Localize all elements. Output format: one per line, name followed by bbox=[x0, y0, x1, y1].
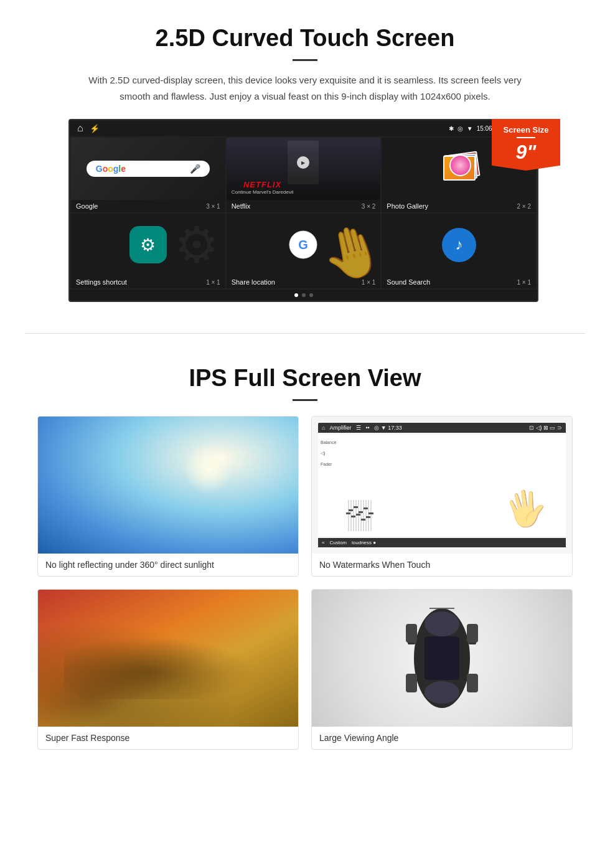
app-cell-sound[interactable]: ♪ Sound Search 1 × 1 bbox=[382, 214, 536, 288]
wifi-icon: ▼ bbox=[467, 125, 473, 132]
section1-title: 2.5D Curved Touch Screen bbox=[37, 25, 573, 52]
cheetah-caption: Super Fast Response bbox=[38, 727, 298, 749]
amp-title: ⌂ Amplifier ☰ •• ◎ ▼ 17:33 bbox=[322, 425, 402, 431]
location-icon: ◎ bbox=[458, 125, 463, 132]
share-app-name: Share location bbox=[232, 278, 275, 286]
badge-divider bbox=[517, 137, 535, 138]
gallery-label-row: Photo Gallery 2 × 2 bbox=[382, 200, 536, 212]
amp-custom: Custom bbox=[329, 540, 347, 545]
slider-3 bbox=[353, 500, 354, 531]
cheetah-image bbox=[38, 590, 298, 727]
features-grid: No light reflecting under 360° direct su… bbox=[37, 416, 573, 750]
google-logo: Google bbox=[96, 164, 126, 174]
bluetooth-icon: ✱ bbox=[449, 125, 454, 132]
svg-point-4 bbox=[425, 681, 459, 704]
amp-label-speaker: ◁) bbox=[321, 451, 345, 456]
photo-stack bbox=[437, 147, 481, 191]
amp-label-fader: Fader bbox=[321, 462, 345, 466]
amp-content-area: Balance ◁) Fader bbox=[318, 435, 566, 536]
device-wrapper: Screen Size 9" ⌂ ⚡ ✱ ◎ ▼ 15:06 ⊡ ◁) ⊠ bbox=[68, 119, 542, 302]
app-cell-netflix[interactable]: ▶ NETFLIX Continue Marvel's Daredevil Ne… bbox=[227, 138, 381, 212]
settings-icon-wrap: ⚙ bbox=[129, 226, 167, 263]
screen-dots bbox=[70, 290, 537, 301]
badge-size: 9" bbox=[516, 141, 537, 163]
settings-gear-icon: ⚙ bbox=[140, 235, 156, 255]
amp-arrows: « bbox=[322, 540, 324, 545]
slider-1 bbox=[348, 500, 349, 531]
section-separator bbox=[25, 333, 585, 334]
svg-rect-5 bbox=[425, 636, 459, 680]
slider-8 bbox=[365, 500, 367, 531]
dot-1 bbox=[294, 293, 298, 297]
netflix-label-row: Netflix 3 × 2 bbox=[227, 200, 381, 212]
netflix-overlay: NETFLIX Continue Marvel's Daredevil bbox=[232, 180, 294, 195]
dot-3 bbox=[309, 293, 313, 297]
app-grid: Google 🎤 Google 3 × 1 bbox=[70, 136, 537, 290]
app-cell-settings[interactable]: ⚙ ⚙ Settings shortcut 1 × 1 bbox=[71, 214, 225, 288]
feature-card-car: Large Viewing Angle bbox=[311, 589, 573, 750]
slider-7 bbox=[363, 500, 364, 531]
badge-label: Screen Size bbox=[497, 125, 555, 134]
sunlight-caption: No light reflecting under 360° direct su… bbox=[38, 554, 298, 576]
google-label-row: Google 3 × 1 bbox=[71, 200, 225, 212]
cheetah-shadow bbox=[38, 590, 298, 727]
settings-label-row: Settings shortcut 1 × 1 bbox=[71, 276, 225, 288]
sound-app-name: Sound Search bbox=[387, 278, 430, 286]
netflix-logo: NETFLIX bbox=[232, 180, 294, 189]
dot-2 bbox=[302, 293, 306, 297]
section-ips-view: IPS Full Screen View No light reflecting… bbox=[0, 346, 610, 775]
google-mic-icon: 🎤 bbox=[190, 164, 200, 174]
svg-rect-11 bbox=[467, 674, 478, 692]
svg-rect-10 bbox=[406, 674, 417, 692]
home-icon: ⌂ bbox=[77, 123, 83, 134]
google-search-bar[interactable]: Google 🎤 bbox=[87, 161, 210, 177]
time-display: 15:06 bbox=[477, 125, 492, 132]
amp-top-bar: ⌂ Amplifier ☰ •• ◎ ▼ 17:33 ⊡ ◁) ⊠ ▭ ⊃ bbox=[318, 423, 566, 433]
section-curved-touch: 2.5D Curved Touch Screen With 2.5D curve… bbox=[0, 0, 610, 321]
sunlight-image bbox=[38, 417, 298, 554]
gallery-app-grid: 2 × 2 bbox=[517, 203, 531, 210]
slider-6 bbox=[360, 500, 362, 531]
sunlight-rays bbox=[184, 444, 233, 494]
netflix-subtitle: Continue Marvel's Daredevil bbox=[232, 189, 294, 195]
netflix-app-grid: 3 × 2 bbox=[362, 203, 376, 210]
amplifier-caption: No Watermarks When Touch bbox=[312, 554, 572, 576]
car-caption: Large Viewing Angle bbox=[312, 727, 572, 749]
android-screen: ⌂ ⚡ ✱ ◎ ▼ 15:06 ⊡ ◁) ⊠ ▭ bbox=[68, 119, 538, 302]
amp-bottom-bar: « Custom loudness ● bbox=[318, 538, 566, 547]
google-app-grid: 3 × 1 bbox=[206, 203, 220, 210]
photo-card-3 bbox=[443, 156, 476, 181]
slider-4 bbox=[355, 500, 357, 531]
feature-card-cheetah: Super Fast Response bbox=[37, 589, 299, 750]
car-svg bbox=[392, 596, 492, 720]
screen-size-badge: Screen Size 9" bbox=[492, 119, 560, 171]
amp-left-labels: Balance ◁) Fader bbox=[321, 437, 345, 534]
slider-10 bbox=[370, 500, 372, 531]
sound-app-grid: 1 × 1 bbox=[517, 279, 531, 286]
app-cell-google[interactable]: Google 🎤 Google 3 × 1 bbox=[71, 138, 225, 212]
amp-loudness: loudness ● bbox=[352, 540, 376, 545]
slider-5 bbox=[358, 500, 359, 531]
netflix-app-name: Netflix bbox=[232, 202, 251, 210]
svg-text:G: G bbox=[299, 238, 309, 252]
sound-icon-wrap: ♪ bbox=[442, 228, 476, 262]
svg-rect-8 bbox=[406, 624, 417, 643]
app-cell-share[interactable]: G 🤚 Share location 1 × 1 bbox=[227, 214, 381, 288]
amp-hand-icon: 🖐 bbox=[501, 485, 550, 532]
bg-gear-icon: ⚙ bbox=[174, 216, 219, 274]
usb-icon: ⚡ bbox=[90, 124, 100, 133]
music-note-icon: ♪ bbox=[455, 236, 462, 253]
section2-divider bbox=[293, 399, 317, 401]
gallery-app-name: Photo Gallery bbox=[387, 202, 428, 210]
feature-card-amplifier: ⌂ Amplifier ☰ •• ◎ ▼ 17:33 ⊡ ◁) ⊠ ▭ ⊃ Ba… bbox=[311, 416, 573, 577]
settings-app-name: Settings shortcut bbox=[76, 278, 127, 286]
feature-card-sunlight: No light reflecting under 360° direct su… bbox=[37, 416, 299, 577]
slider-9 bbox=[368, 500, 369, 531]
settings-app-grid: 1 × 1 bbox=[206, 279, 220, 286]
amplifier-image: ⌂ Amplifier ☰ •• ◎ ▼ 17:33 ⊡ ◁) ⊠ ▭ ⊃ Ba… bbox=[312, 417, 572, 554]
section2-title: IPS Full Screen View bbox=[37, 365, 573, 392]
svg-rect-9 bbox=[467, 624, 478, 643]
status-bar: ⌂ ⚡ ✱ ◎ ▼ 15:06 ⊡ ◁) ⊠ ▭ bbox=[70, 120, 537, 136]
play-button: ▶ bbox=[297, 156, 309, 169]
status-left: ⌂ ⚡ bbox=[77, 123, 100, 134]
